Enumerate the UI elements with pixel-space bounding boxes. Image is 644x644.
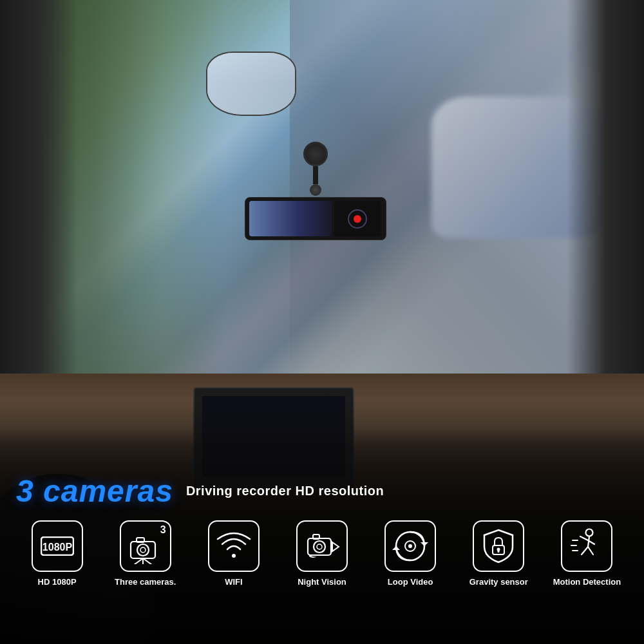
feature-hd1080p: 1080P HD 1080P (13, 520, 101, 588)
main-container: 3 cameras Driving recorder HD resolution… (0, 0, 644, 644)
rearview-mirror (206, 52, 296, 116)
svg-point-11 (314, 541, 325, 553)
feature-night-vision: Night Vision (278, 520, 366, 588)
subtitle: Driving recorder HD resolution (186, 484, 384, 498)
feature-three-cameras: 3 Three cameras. (101, 520, 189, 588)
motion-person-icon (570, 527, 603, 565)
svg-text:1080P: 1080P (42, 542, 72, 553)
shield-icon (482, 527, 515, 565)
feature-wifi: WIFI (189, 520, 278, 588)
camera-screen (249, 201, 332, 236)
svg-line-6 (134, 558, 143, 564)
feature-motion-detection: Motion Detection (543, 520, 631, 588)
svg-line-28 (588, 547, 593, 554)
wifi-label: WIFI (225, 577, 242, 588)
svg-line-25 (580, 536, 588, 540)
hd-1080p-icon: 1080P (41, 536, 74, 556)
svg-marker-18 (421, 542, 428, 546)
hd1080p-label: HD 1080P (38, 577, 77, 588)
mount-arm (313, 166, 318, 184)
svg-point-3 (137, 544, 149, 556)
gravity-sensor-label: Gravity sensor (469, 577, 528, 588)
hd1080p-icon-box: 1080P (32, 520, 83, 572)
svg-point-9 (232, 554, 236, 558)
loop-video-label: Loop Video (388, 577, 433, 588)
sun-visor (451, 0, 592, 52)
icons-row: 1080P HD 1080P (0, 514, 644, 644)
three-cameras-icon (128, 529, 163, 564)
three-cameras-label: Three cameras. (115, 577, 176, 588)
gravity-sensor-icon-box (473, 520, 524, 572)
svg-marker-14 (332, 542, 339, 551)
svg-point-23 (586, 529, 593, 536)
screen-display (249, 201, 332, 236)
svg-line-27 (582, 547, 588, 554)
loop-video-icon-box (384, 520, 436, 572)
wifi-icon-box (208, 520, 260, 572)
features-section: 3 cameras Driving recorder HD resolution… (0, 464, 644, 644)
right-pillar (567, 0, 644, 399)
loop-icon (392, 528, 428, 564)
camera-lens (348, 209, 367, 229)
camera-body (245, 197, 386, 240)
motion-detection-label: Motion Detection (553, 577, 621, 588)
left-pillar (0, 0, 77, 399)
night-vision-label: Night Vision (298, 577, 346, 588)
svg-marker-19 (392, 546, 400, 550)
superscript-3: 3 (160, 524, 166, 536)
dashcam-device (245, 142, 386, 240)
feature-loop-video: Loop Video (366, 520, 455, 588)
svg-point-17 (408, 544, 412, 548)
pivot-ball (310, 184, 321, 196)
svg-line-8 (143, 558, 152, 564)
headline-row: 3 cameras Driving recorder HD resolution (0, 464, 644, 514)
svg-rect-22 (498, 549, 500, 553)
night-vision-icon-box (296, 520, 348, 572)
three-cameras-icon-box: 3 (120, 520, 171, 572)
suction-cup (303, 142, 328, 166)
lens-ring (354, 215, 361, 223)
wifi-icon (216, 530, 252, 562)
svg-point-12 (317, 544, 322, 549)
svg-point-4 (140, 547, 146, 553)
cameras-headline: 3 cameras (16, 473, 173, 509)
feature-gravity-sensor: Gravity sensor (455, 520, 543, 588)
night-vision-icon (304, 529, 340, 563)
side-camera (334, 201, 381, 236)
motion-detection-icon-box (561, 520, 612, 572)
